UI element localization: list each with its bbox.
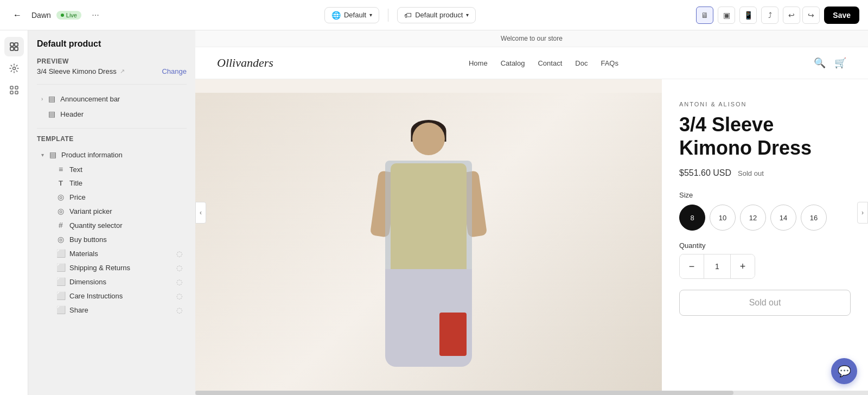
preview-label: Preview: [37, 58, 187, 65]
store-nav-icons: 🔍 🛒: [814, 57, 846, 69]
materials-hide-icon[interactable]: ◌: [176, 250, 182, 258]
desktop-view-button[interactable]: 🖥: [696, 7, 713, 24]
chevron-down-icon-2: ▾: [466, 12, 469, 18]
nav-doc[interactable]: Doc: [575, 59, 588, 67]
size-option-16[interactable]: 16: [801, 205, 827, 231]
svg-rect-1: [15, 43, 18, 46]
sidebar-item-product-information[interactable]: ▾ ▤ Product information: [37, 147, 187, 162]
product-sold-out-badge: Sold out: [738, 169, 764, 177]
sidebar-item-quantity-selector[interactable]: # Quantity selector: [52, 218, 187, 232]
top-bar-center: 🌐 Default ▾ 🏷 Default product ▾: [111, 7, 690, 23]
top-bar-left: ← Dawn Live ···: [9, 7, 104, 24]
share-hide-icon[interactable]: ◌: [176, 306, 182, 314]
header-label: Header: [60, 110, 84, 118]
chat-button[interactable]: 💬: [831, 358, 857, 384]
sidebar-item-buy-buttons[interactable]: ◎ Buy buttons: [52, 232, 187, 246]
globe-icon: 🌐: [331, 11, 341, 20]
nav-catalog[interactable]: Catalog: [501, 59, 525, 67]
main-layout: Default product Preview 3/4 Sleeve Kimon…: [0, 0, 868, 395]
redo-button[interactable]: ↪: [802, 7, 820, 24]
settings-icon[interactable]: [4, 59, 24, 78]
default-label: Default: [344, 11, 366, 19]
size-option-14[interactable]: 14: [770, 205, 796, 231]
sidebar-item-care-instructions[interactable]: ⬜ Care Instructions ◌: [52, 289, 187, 303]
horizontal-scrollbar[interactable]: [195, 391, 868, 395]
nav-left-icon: ‹: [200, 209, 202, 216]
preview-area: Welcome to our store Ollivanders Home Ca…: [195, 30, 868, 395]
scrollbar-thumb: [195, 391, 733, 395]
sidebar-item-text[interactable]: ≡ Text: [52, 162, 187, 176]
save-button[interactable]: Save: [824, 7, 859, 24]
announcement-bar-icon: ▤: [47, 94, 56, 103]
quantity-label: Quantity: [679, 241, 851, 250]
mobile-view-button[interactable]: 📱: [739, 7, 757, 24]
announcement-text: Welcome to our store: [501, 35, 563, 42]
shipping-label: Shipping & Returns: [69, 264, 130, 272]
sidebar-icons: [0, 30, 28, 395]
care-hide-icon[interactable]: ◌: [176, 292, 182, 300]
live-label: Live: [66, 12, 77, 18]
nav-faqs[interactable]: FAQs: [601, 59, 618, 67]
product-title: 3/4 Sleeve Kimono Dress: [679, 113, 851, 160]
sidebar-item-price[interactable]: ◎ Price: [52, 190, 187, 204]
svg-rect-7: [10, 91, 13, 94]
care-label: Care Instructions: [69, 292, 123, 300]
sidebar-item-dimensions[interactable]: ⬜ Dimensions ◌: [52, 275, 187, 289]
sidebar-item-materials[interactable]: ⬜ Materials ◌: [52, 246, 187, 260]
shipping-hide-icon[interactable]: ◌: [176, 264, 182, 272]
variant-picker-icon: ◎: [56, 207, 65, 215]
chat-icon: 💬: [838, 365, 851, 378]
title-label: Title: [69, 179, 82, 187]
store-logo: Ollivanders: [217, 56, 273, 70]
text-label: Text: [69, 165, 82, 174]
title-icon: T: [56, 179, 65, 187]
quantity-decrease-button[interactable]: −: [680, 254, 704, 278]
quantity-increase-button[interactable]: +: [731, 254, 755, 278]
store-search-icon[interactable]: 🔍: [814, 57, 826, 69]
sold-out-button[interactable]: Sold out: [679, 290, 851, 316]
nav-home[interactable]: Home: [469, 59, 488, 67]
size-option-8[interactable]: 8: [679, 205, 705, 231]
size-option-12[interactable]: 12: [740, 205, 766, 231]
default-product-dropdown[interactable]: 🏷 Default product ▾: [397, 7, 476, 23]
product-info-area: ANTONI & ALISON 3/4 Sleeve Kimono Dress …: [662, 79, 868, 395]
price-icon: ◎: [56, 193, 65, 201]
more-button[interactable]: ···: [87, 7, 104, 24]
price-label: Price: [69, 193, 86, 201]
sections-icon[interactable]: [4, 37, 24, 56]
share-icon: ⤴: [768, 11, 772, 20]
tablet-icon: ▣: [723, 11, 730, 20]
nav-arrow-left[interactable]: ‹: [195, 202, 206, 224]
share-label: Share: [69, 306, 88, 314]
store-cart-icon[interactable]: 🛒: [834, 57, 846, 69]
change-button[interactable]: Change: [162, 67, 187, 75]
size-option-10[interactable]: 10: [710, 205, 736, 231]
sidebar-item-share[interactable]: ⬜ Share ◌: [52, 303, 187, 317]
sidebar-item-header[interactable]: › ▤ Header: [37, 106, 187, 122]
care-icon: ⬜: [56, 291, 65, 300]
sidebar-item-variant-picker[interactable]: ◎ Variant picker: [52, 204, 187, 218]
apps-icon[interactable]: [4, 80, 24, 100]
dimensions-hide-icon[interactable]: ◌: [176, 278, 182, 286]
share-button[interactable]: ⤴: [761, 7, 778, 24]
sidebar-item-title[interactable]: T Title: [52, 176, 187, 190]
undo-redo-group: ↩ ↪: [783, 7, 820, 24]
default-dropdown[interactable]: 🌐 Default ▾: [324, 7, 379, 23]
svg-rect-0: [10, 43, 14, 46]
default-product-label: Default product: [415, 11, 463, 19]
back-icon: ←: [13, 10, 22, 20]
product-image-area: [195, 79, 662, 395]
nav-contact[interactable]: Contact: [538, 59, 562, 67]
tablet-view-button[interactable]: ▣: [718, 7, 735, 24]
sidebar-item-shipping-returns[interactable]: ⬜ Shipping & Returns ◌: [52, 260, 187, 275]
back-button[interactable]: ←: [9, 7, 26, 24]
svg-rect-8: [15, 91, 18, 94]
store-announcement: Welcome to our store: [195, 30, 868, 47]
quantity-selector-label: Quantity selector: [69, 221, 123, 230]
nav-arrow-right[interactable]: ›: [857, 202, 868, 224]
dimensions-icon: ⬜: [56, 277, 65, 286]
sidebar-item-announcement-bar[interactable]: › ▤ Announcement bar: [37, 91, 187, 106]
undo-button[interactable]: ↩: [783, 7, 800, 24]
tag-icon: 🏷: [404, 11, 412, 20]
materials-icon: ⬜: [56, 249, 65, 258]
